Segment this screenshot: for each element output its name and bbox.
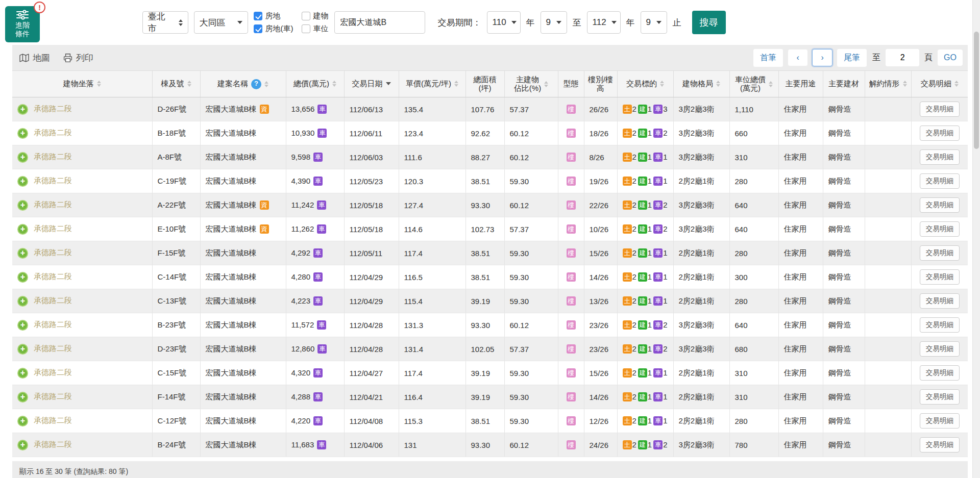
expand-row-icon[interactable]: + <box>17 176 28 187</box>
address-link[interactable]: 承德路二段 <box>34 104 72 113</box>
city-select[interactable]: 臺北市 <box>142 11 188 34</box>
column-header-4[interactable]: 總價(萬元) <box>286 71 344 97</box>
transaction-detail-button[interactable]: 交易明細 <box>920 197 960 213</box>
prev-page-button[interactable]: ‹ <box>788 49 808 66</box>
address-link[interactable]: 承德路二段 <box>34 272 72 281</box>
scrollbar-thumb[interactable] <box>974 32 979 149</box>
search-button[interactable]: 搜尋 <box>692 11 726 34</box>
column-header-12[interactable]: 建物格局 <box>673 71 729 97</box>
address-link[interactable]: 承德路二段 <box>34 368 72 376</box>
last-page-button[interactable]: 尾筆 <box>837 48 867 67</box>
address-link[interactable]: 承德路二段 <box>34 224 72 233</box>
address-link[interactable]: 承德路二段 <box>34 392 72 400</box>
address-link[interactable]: 承德路二段 <box>34 152 72 161</box>
sort-icon[interactable] <box>187 81 191 87</box>
expand-row-icon[interactable]: + <box>17 104 28 115</box>
transaction-detail-button[interactable]: 交易明細 <box>920 125 960 141</box>
address-link[interactable]: 承德路二段 <box>34 440 72 448</box>
expand-row-icon[interactable]: + <box>17 368 28 379</box>
address-link[interactable]: 承德路二段 <box>34 320 72 329</box>
expand-row-icon[interactable]: + <box>17 152 28 163</box>
transaction-detail-button[interactable]: 交易明細 <box>920 437 960 452</box>
transaction-detail-button[interactable]: 交易明細 <box>920 341 960 357</box>
column-header-5[interactable]: 交易日期 <box>344 71 399 97</box>
address-link[interactable]: 承德路二段 <box>34 416 72 424</box>
checkbox-input[interactable] <box>254 24 262 33</box>
vertical-scrollbar[interactable] <box>972 0 980 478</box>
address-link[interactable]: 承德路二段 <box>34 128 72 137</box>
transaction-detail-button[interactable]: 交易明細 <box>920 293 960 309</box>
transaction-detail-button[interactable]: 交易明細 <box>920 269 960 285</box>
sort-icon[interactable] <box>544 81 548 87</box>
column-header-2[interactable]: 棟及號 <box>152 71 200 97</box>
expand-row-icon[interactable]: + <box>17 224 28 235</box>
sort-icon-desc-active[interactable] <box>386 82 391 85</box>
column-header-11[interactable]: 交易標的 <box>617 71 673 97</box>
sort-icon[interactable] <box>769 81 773 87</box>
column-header-8[interactable]: 主建物佔比(%) <box>504 71 558 97</box>
address-link[interactable]: 承德路二段 <box>34 176 72 185</box>
advanced-conditions-button[interactable]: 進階 條件 ! <box>5 6 40 42</box>
column-header-3[interactable]: 建案名稱? <box>200 71 286 97</box>
first-page-button[interactable]: 首筆 <box>753 48 783 67</box>
total-price-value: 4,320 <box>291 368 311 377</box>
expand-row-icon[interactable]: + <box>17 296 28 307</box>
sort-icon[interactable] <box>660 81 664 87</box>
page-number-input[interactable] <box>886 49 919 66</box>
column-header-13[interactable]: 車位總價(萬元) <box>729 71 778 97</box>
sort-icon[interactable] <box>264 81 268 87</box>
expand-row-icon[interactable]: + <box>17 200 28 211</box>
column-header-1[interactable]: 建物坐落 <box>12 71 152 97</box>
district-select[interactable]: 大同區 <box>194 11 248 34</box>
expand-row-icon[interactable]: + <box>17 416 28 426</box>
help-icon[interactable]: ? <box>251 79 261 89</box>
checkbox-input[interactable] <box>302 12 310 20</box>
expand-row-icon[interactable]: + <box>17 440 28 450</box>
transaction-detail-button[interactable]: 交易明細 <box>920 173 960 189</box>
sort-icon[interactable] <box>903 81 907 87</box>
address-link[interactable]: 承德路二段 <box>34 248 72 257</box>
next-page-button[interactable]: › <box>812 49 832 66</box>
expand-row-icon[interactable]: + <box>17 344 28 355</box>
column-header-16[interactable]: 解約情形 <box>865 71 911 97</box>
year-from-select[interactable]: 110 <box>487 11 521 34</box>
sort-icon[interactable] <box>954 81 959 87</box>
expand-row-icon[interactable]: + <box>17 320 28 331</box>
column-header-17[interactable]: 交易明細 <box>911 71 968 97</box>
transaction-detail-button[interactable]: 交易明細 <box>920 102 960 117</box>
keyword-input[interactable] <box>334 11 425 34</box>
address-link[interactable]: 承德路二段 <box>34 296 72 305</box>
transaction-detail-button[interactable]: 交易明細 <box>920 317 960 333</box>
checkbox-item-2[interactable]: 建物 <box>302 11 329 21</box>
month-to-select[interactable]: 9 <box>641 11 667 34</box>
expand-row-icon[interactable]: + <box>17 392 28 402</box>
total-price-value: 4,390 <box>291 177 311 185</box>
expand-row-icon[interactable]: + <box>17 248 28 259</box>
transaction-detail-button[interactable]: 交易明細 <box>920 149 960 165</box>
transaction-detail-button[interactable]: 交易明細 <box>920 221 960 237</box>
sort-icon[interactable] <box>716 81 720 87</box>
address-link[interactable]: 承德路二段 <box>34 200 72 209</box>
sort-icon[interactable] <box>454 81 458 87</box>
year-to-select[interactable]: 112 <box>587 11 621 34</box>
address-link[interactable]: 承德路二段 <box>34 344 72 353</box>
transaction-detail-button[interactable]: 交易明細 <box>920 389 960 405</box>
transaction-detail-button[interactable]: 交易明細 <box>920 365 960 381</box>
expand-row-icon[interactable]: + <box>17 128 28 139</box>
checkbox-input[interactable] <box>254 12 262 20</box>
transaction-detail-button[interactable]: 交易明細 <box>920 413 960 429</box>
sort-icon[interactable] <box>97 81 101 87</box>
map-button[interactable]: 地圖 <box>19 52 50 64</box>
checkbox-input[interactable] <box>302 24 310 33</box>
expand-row-icon[interactable]: + <box>17 272 28 283</box>
parking-included-badge: 車 <box>313 368 323 378</box>
sort-icon[interactable] <box>332 81 336 87</box>
column-header-6[interactable]: 單價(萬元/坪) <box>399 71 465 97</box>
checkbox-item-3[interactable]: 房地(車) <box>254 24 293 34</box>
checkbox-item-1[interactable]: 房地 <box>254 11 293 21</box>
print-button[interactable]: 列印 <box>63 52 93 64</box>
transaction-detail-button[interactable]: 交易明細 <box>920 245 960 261</box>
checkbox-item-4[interactable]: 車位 <box>302 24 329 34</box>
month-from-select[interactable]: 9 <box>541 11 567 34</box>
go-button[interactable]: GO <box>938 49 963 66</box>
